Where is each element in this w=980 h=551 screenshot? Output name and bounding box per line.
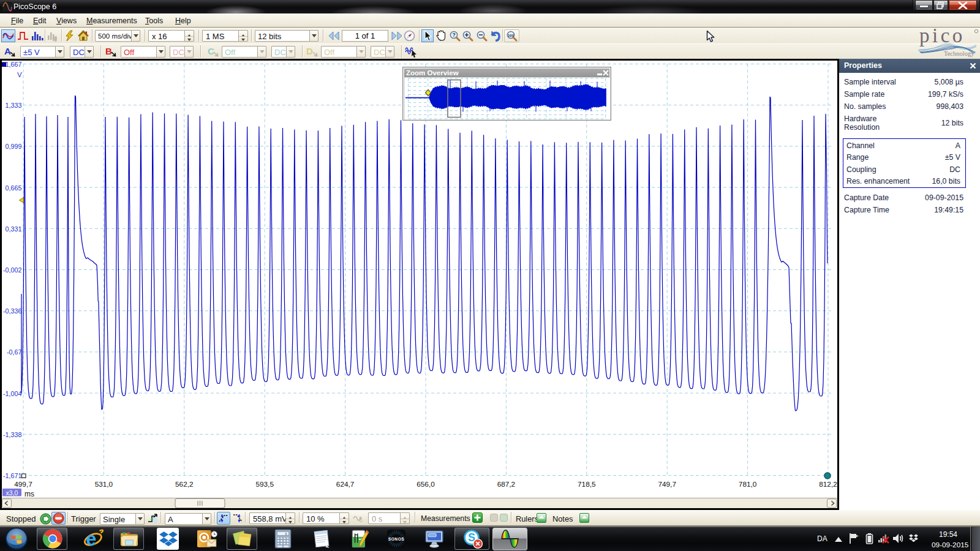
svg-text:V: V bbox=[17, 71, 22, 78]
svg-text:531,0: 531,0 bbox=[95, 480, 113, 489]
svg-text:ms: ms bbox=[24, 490, 34, 498]
svg-text:-0,336: -0,336 bbox=[3, 307, 22, 315]
svg-text:562,2: 562,2 bbox=[175, 480, 194, 489]
svg-text:1,667: 1,667 bbox=[5, 61, 21, 68]
svg-text:812,2: 812,2 bbox=[819, 480, 837, 489]
svg-text:100: 100 bbox=[508, 34, 514, 37]
svg-text:499,7: 499,7 bbox=[14, 480, 32, 489]
svg-text:e: e bbox=[86, 528, 96, 549]
svg-text:-0,67: -0,67 bbox=[7, 348, 22, 356]
svg-text:SONOS: SONOS bbox=[388, 537, 404, 541]
svg-text:718,5: 718,5 bbox=[578, 480, 596, 489]
svg-text:-1,338: -1,338 bbox=[3, 431, 22, 438]
svg-text:0,665: 0,665 bbox=[5, 184, 21, 192]
svg-text:781,0: 781,0 bbox=[739, 480, 757, 489]
svg-text:-1,004: -1,004 bbox=[3, 390, 22, 397]
svg-text:-1,671: -1,671 bbox=[3, 472, 22, 479]
svg-text:?: ? bbox=[452, 32, 455, 38]
svg-text:pico: pico bbox=[919, 28, 965, 47]
svg-text:687,2: 687,2 bbox=[497, 480, 516, 489]
svg-text:0: 0 bbox=[285, 532, 287, 536]
svg-text:x3,0: x3,0 bbox=[6, 489, 18, 497]
svg-text:-0,002: -0,002 bbox=[3, 266, 22, 274]
svg-text:1,333: 1,333 bbox=[5, 102, 21, 109]
svg-text:Technology: Technology bbox=[944, 50, 974, 57]
svg-text:749,7: 749,7 bbox=[658, 480, 676, 489]
svg-text:656,0: 656,0 bbox=[417, 480, 435, 489]
svg-text:0,999: 0,999 bbox=[5, 143, 21, 150]
svg-text:624,7: 624,7 bbox=[336, 480, 355, 489]
svg-text:593,5: 593,5 bbox=[255, 480, 274, 489]
svg-text:0,331: 0,331 bbox=[5, 225, 21, 233]
